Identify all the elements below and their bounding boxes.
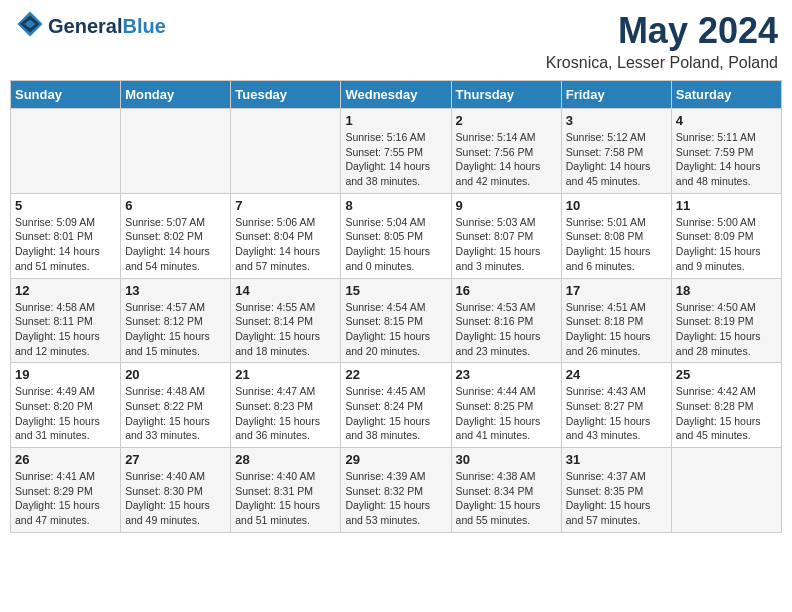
day-info: Sunrise: 4:54 AMSunset: 8:15 PMDaylight:… bbox=[345, 300, 446, 359]
calendar-cell: 24Sunrise: 4:43 AMSunset: 8:27 PMDayligh… bbox=[561, 363, 671, 448]
calendar-week-row: 19Sunrise: 4:49 AMSunset: 8:20 PMDayligh… bbox=[11, 363, 782, 448]
day-number: 2 bbox=[456, 113, 557, 128]
day-info: Sunrise: 5:06 AMSunset: 8:04 PMDaylight:… bbox=[235, 215, 336, 274]
day-number: 10 bbox=[566, 198, 667, 213]
day-number: 23 bbox=[456, 367, 557, 382]
calendar-header-row: SundayMondayTuesdayWednesdayThursdayFrid… bbox=[11, 81, 782, 109]
calendar-cell: 30Sunrise: 4:38 AMSunset: 8:34 PMDayligh… bbox=[451, 448, 561, 533]
day-info: Sunrise: 5:00 AMSunset: 8:09 PMDaylight:… bbox=[676, 215, 777, 274]
day-number: 17 bbox=[566, 283, 667, 298]
day-info: Sunrise: 5:14 AMSunset: 7:56 PMDaylight:… bbox=[456, 130, 557, 189]
header-day-saturday: Saturday bbox=[671, 81, 781, 109]
calendar-cell: 20Sunrise: 4:48 AMSunset: 8:22 PMDayligh… bbox=[121, 363, 231, 448]
calendar-cell bbox=[11, 109, 121, 194]
calendar-cell: 25Sunrise: 4:42 AMSunset: 8:28 PMDayligh… bbox=[671, 363, 781, 448]
calendar-week-row: 12Sunrise: 4:58 AMSunset: 8:11 PMDayligh… bbox=[11, 278, 782, 363]
calendar-cell: 13Sunrise: 4:57 AMSunset: 8:12 PMDayligh… bbox=[121, 278, 231, 363]
calendar-cell: 19Sunrise: 4:49 AMSunset: 8:20 PMDayligh… bbox=[11, 363, 121, 448]
day-number: 20 bbox=[125, 367, 226, 382]
day-info: Sunrise: 5:01 AMSunset: 8:08 PMDaylight:… bbox=[566, 215, 667, 274]
calendar-cell: 2Sunrise: 5:14 AMSunset: 7:56 PMDaylight… bbox=[451, 109, 561, 194]
day-info: Sunrise: 4:50 AMSunset: 8:19 PMDaylight:… bbox=[676, 300, 777, 359]
calendar-cell: 10Sunrise: 5:01 AMSunset: 8:08 PMDayligh… bbox=[561, 193, 671, 278]
day-number: 7 bbox=[235, 198, 336, 213]
day-number: 1 bbox=[345, 113, 446, 128]
calendar-cell: 12Sunrise: 4:58 AMSunset: 8:11 PMDayligh… bbox=[11, 278, 121, 363]
month-title: May 2024 bbox=[546, 10, 778, 52]
day-number: 21 bbox=[235, 367, 336, 382]
day-number: 29 bbox=[345, 452, 446, 467]
calendar-cell: 17Sunrise: 4:51 AMSunset: 8:18 PMDayligh… bbox=[561, 278, 671, 363]
day-info: Sunrise: 5:16 AMSunset: 7:55 PMDaylight:… bbox=[345, 130, 446, 189]
header-day-tuesday: Tuesday bbox=[231, 81, 341, 109]
calendar-cell: 6Sunrise: 5:07 AMSunset: 8:02 PMDaylight… bbox=[121, 193, 231, 278]
calendar-cell: 27Sunrise: 4:40 AMSunset: 8:30 PMDayligh… bbox=[121, 448, 231, 533]
calendar-cell: 29Sunrise: 4:39 AMSunset: 8:32 PMDayligh… bbox=[341, 448, 451, 533]
day-number: 4 bbox=[676, 113, 777, 128]
calendar-cell: 22Sunrise: 4:45 AMSunset: 8:24 PMDayligh… bbox=[341, 363, 451, 448]
calendar-cell: 15Sunrise: 4:54 AMSunset: 8:15 PMDayligh… bbox=[341, 278, 451, 363]
calendar-cell: 18Sunrise: 4:50 AMSunset: 8:19 PMDayligh… bbox=[671, 278, 781, 363]
header-day-friday: Friday bbox=[561, 81, 671, 109]
day-number: 6 bbox=[125, 198, 226, 213]
day-info: Sunrise: 4:44 AMSunset: 8:25 PMDaylight:… bbox=[456, 384, 557, 443]
day-info: Sunrise: 4:51 AMSunset: 8:18 PMDaylight:… bbox=[566, 300, 667, 359]
calendar-cell: 26Sunrise: 4:41 AMSunset: 8:29 PMDayligh… bbox=[11, 448, 121, 533]
header: General Blue May 2024 Krosnica, Lesser P… bbox=[10, 10, 782, 72]
day-info: Sunrise: 5:11 AMSunset: 7:59 PMDaylight:… bbox=[676, 130, 777, 189]
calendar-cell: 1Sunrise: 5:16 AMSunset: 7:55 PMDaylight… bbox=[341, 109, 451, 194]
header-day-wednesday: Wednesday bbox=[341, 81, 451, 109]
day-info: Sunrise: 5:04 AMSunset: 8:05 PMDaylight:… bbox=[345, 215, 446, 274]
day-info: Sunrise: 5:07 AMSunset: 8:02 PMDaylight:… bbox=[125, 215, 226, 274]
day-number: 28 bbox=[235, 452, 336, 467]
day-number: 18 bbox=[676, 283, 777, 298]
day-info: Sunrise: 4:58 AMSunset: 8:11 PMDaylight:… bbox=[15, 300, 116, 359]
day-number: 13 bbox=[125, 283, 226, 298]
day-number: 5 bbox=[15, 198, 116, 213]
logo-blue: Blue bbox=[122, 15, 165, 38]
day-number: 25 bbox=[676, 367, 777, 382]
day-info: Sunrise: 4:49 AMSunset: 8:20 PMDaylight:… bbox=[15, 384, 116, 443]
calendar-table: SundayMondayTuesdayWednesdayThursdayFrid… bbox=[10, 80, 782, 533]
calendar-week-row: 1Sunrise: 5:16 AMSunset: 7:55 PMDaylight… bbox=[11, 109, 782, 194]
calendar-cell: 11Sunrise: 5:00 AMSunset: 8:09 PMDayligh… bbox=[671, 193, 781, 278]
calendar-cell: 8Sunrise: 5:04 AMSunset: 8:05 PMDaylight… bbox=[341, 193, 451, 278]
header-day-thursday: Thursday bbox=[451, 81, 561, 109]
day-number: 9 bbox=[456, 198, 557, 213]
day-info: Sunrise: 4:39 AMSunset: 8:32 PMDaylight:… bbox=[345, 469, 446, 528]
day-info: Sunrise: 5:12 AMSunset: 7:58 PMDaylight:… bbox=[566, 130, 667, 189]
day-info: Sunrise: 5:09 AMSunset: 8:01 PMDaylight:… bbox=[15, 215, 116, 274]
day-info: Sunrise: 4:55 AMSunset: 8:14 PMDaylight:… bbox=[235, 300, 336, 359]
calendar-cell: 9Sunrise: 5:03 AMSunset: 8:07 PMDaylight… bbox=[451, 193, 561, 278]
calendar-cell bbox=[231, 109, 341, 194]
calendar-cell: 4Sunrise: 5:11 AMSunset: 7:59 PMDaylight… bbox=[671, 109, 781, 194]
day-info: Sunrise: 4:42 AMSunset: 8:28 PMDaylight:… bbox=[676, 384, 777, 443]
calendar-body: 1Sunrise: 5:16 AMSunset: 7:55 PMDaylight… bbox=[11, 109, 782, 533]
day-number: 27 bbox=[125, 452, 226, 467]
day-number: 24 bbox=[566, 367, 667, 382]
day-info: Sunrise: 4:47 AMSunset: 8:23 PMDaylight:… bbox=[235, 384, 336, 443]
calendar-cell: 16Sunrise: 4:53 AMSunset: 8:16 PMDayligh… bbox=[451, 278, 561, 363]
day-info: Sunrise: 4:53 AMSunset: 8:16 PMDaylight:… bbox=[456, 300, 557, 359]
calendar-cell: 7Sunrise: 5:06 AMSunset: 8:04 PMDaylight… bbox=[231, 193, 341, 278]
day-info: Sunrise: 4:43 AMSunset: 8:27 PMDaylight:… bbox=[566, 384, 667, 443]
calendar-cell: 31Sunrise: 4:37 AMSunset: 8:35 PMDayligh… bbox=[561, 448, 671, 533]
day-number: 16 bbox=[456, 283, 557, 298]
logo-icon bbox=[16, 10, 44, 38]
calendar-cell: 28Sunrise: 4:40 AMSunset: 8:31 PMDayligh… bbox=[231, 448, 341, 533]
location-title: Krosnica, Lesser Poland, Poland bbox=[546, 54, 778, 72]
calendar-cell: 21Sunrise: 4:47 AMSunset: 8:23 PMDayligh… bbox=[231, 363, 341, 448]
day-number: 8 bbox=[345, 198, 446, 213]
day-number: 26 bbox=[15, 452, 116, 467]
day-info: Sunrise: 4:45 AMSunset: 8:24 PMDaylight:… bbox=[345, 384, 446, 443]
day-info: Sunrise: 4:38 AMSunset: 8:34 PMDaylight:… bbox=[456, 469, 557, 528]
day-number: 11 bbox=[676, 198, 777, 213]
day-number: 3 bbox=[566, 113, 667, 128]
day-info: Sunrise: 4:48 AMSunset: 8:22 PMDaylight:… bbox=[125, 384, 226, 443]
calendar-cell: 14Sunrise: 4:55 AMSunset: 8:14 PMDayligh… bbox=[231, 278, 341, 363]
day-number: 15 bbox=[345, 283, 446, 298]
calendar-cell bbox=[121, 109, 231, 194]
calendar-cell bbox=[671, 448, 781, 533]
logo: General Blue bbox=[14, 10, 166, 42]
header-day-monday: Monday bbox=[121, 81, 231, 109]
